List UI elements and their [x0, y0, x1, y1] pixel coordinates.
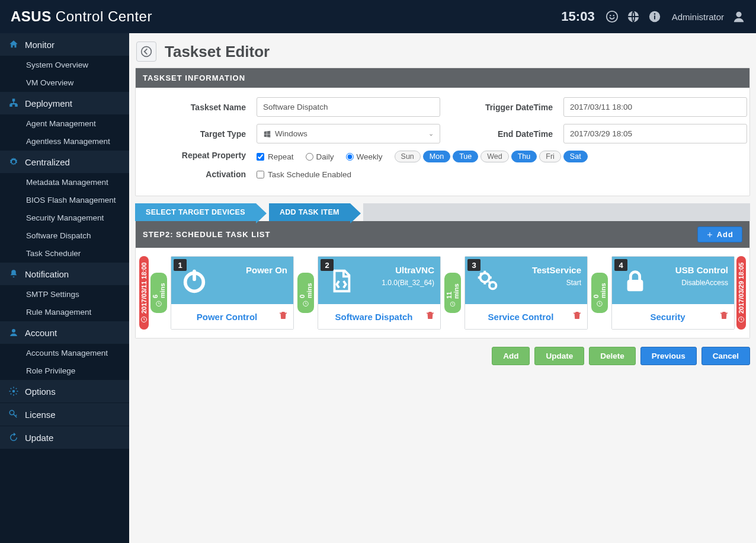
taskset-name-input[interactable] [257, 97, 440, 117]
svg-rect-21 [627, 280, 643, 291]
day-tue[interactable]: Tue [453, 151, 478, 162]
svg-rect-5 [654, 15, 655, 19]
svg-point-0 [606, 11, 617, 22]
svg-point-7 [736, 12, 741, 17]
weekly-radio[interactable]: Weekly [346, 152, 383, 161]
trigger-dt-input[interactable] [563, 97, 747, 117]
task-list-panel: STEP2: SCHEDULE TASK LIST Add 2017/03/11… [135, 221, 750, 338]
nav-item[interactable]: Software Dispatch [0, 227, 129, 245]
crumb-select-devices[interactable]: SELECT TARGET DEVICES [135, 203, 256, 221]
nav-section-centralized[interactable]: Centralized [0, 151, 129, 174]
day-sat[interactable]: Sat [563, 151, 588, 162]
panel-header: TASKSET INFORMATION [136, 68, 749, 88]
chevron-down-icon: ⌄ [428, 130, 434, 138]
crumb-add-task[interactable]: ADD TASK ITEM [269, 203, 350, 221]
add-button[interactable]: Add [492, 347, 530, 365]
add-task-button[interactable]: Add [697, 226, 742, 242]
nav-section-account[interactable]: Account [0, 321, 129, 344]
task-category: Security [617, 312, 719, 322]
delete-task-button[interactable] [719, 310, 729, 323]
day-mon[interactable]: Mon [423, 151, 450, 162]
start-time-bar: 2017/03/11 18:00 [139, 256, 149, 330]
nav-item[interactable]: Role Privilege [0, 362, 129, 380]
label-repeat: Repeat Property [146, 151, 246, 160]
activation-checkbox[interactable]: Task Schedule Enabled [257, 170, 351, 179]
task-title: UltraVNC [361, 265, 434, 275]
nav-section-notification[interactable]: Notification [0, 263, 129, 286]
refresh-icon [8, 432, 19, 443]
gears-icon [475, 267, 502, 295]
target-type-select[interactable]: Windows ⌄ [257, 124, 440, 143]
user-avatar-icon[interactable] [732, 10, 745, 23]
task-number: 4 [614, 259, 627, 271]
task-category: Service Control [470, 312, 572, 322]
page-title-row: Taskset Editor [135, 39, 750, 68]
app-header: ASUS Control Center 15:03 Administrator [0, 0, 756, 33]
sidebar: MonitorSystem OverviewVM OverviewDeploym… [0, 33, 129, 543]
daily-radio[interactable]: Daily [306, 152, 334, 161]
nav-section-deployment[interactable]: Deployment [0, 92, 129, 115]
day-sun[interactable]: Sun [395, 151, 421, 162]
svg-point-9 [12, 390, 15, 393]
step-header: STEP2: SCHEDULE TASK LIST Add [136, 221, 749, 248]
delete-task-button[interactable] [572, 310, 582, 323]
day-thu[interactable]: Thu [511, 151, 537, 162]
nav-section-license[interactable]: License [0, 403, 129, 426]
task-category: Power Control [176, 312, 278, 322]
task-card: 3TestServiceStartService Control [465, 256, 588, 330]
key-icon [8, 409, 19, 420]
nav-section-update[interactable]: Update [0, 426, 129, 449]
delete-button[interactable]: Delete [589, 347, 636, 365]
task-title: USB Control [655, 265, 728, 275]
nav-section-options[interactable]: Options [0, 380, 129, 403]
svg-point-11 [142, 47, 152, 57]
globe-icon[interactable] [627, 10, 640, 23]
page-title: Taskset Editor [165, 43, 270, 61]
label-target-type: Target Type [146, 129, 246, 139]
label-taskset-name: Taskset Name [146, 103, 246, 112]
day-wed[interactable]: Wed [480, 151, 508, 162]
nav-item[interactable]: System Overview [0, 56, 129, 74]
task-card: 2UltraVNC1.0.0(Bit_32_64)Software Dispat… [318, 256, 441, 330]
update-button[interactable]: Update [534, 347, 584, 365]
svg-point-1 [610, 15, 611, 16]
end-dt-input[interactable] [563, 124, 747, 143]
nav-item[interactable]: Security Management [0, 209, 129, 227]
back-button[interactable] [136, 41, 156, 62]
nav-item[interactable]: Metadata Management [0, 174, 129, 191]
previous-button[interactable]: Previous [640, 347, 697, 365]
task-category: Software Dispatch [323, 312, 425, 322]
task-card: 1Power OnPower Control [171, 256, 294, 330]
task-subtitle: Start [508, 279, 581, 287]
header-right: 15:03 Administrator [561, 9, 745, 24]
gap-bar: 11 mins [444, 273, 461, 313]
info-icon[interactable] [648, 10, 661, 23]
delete-task-button[interactable] [278, 310, 289, 323]
lock-icon [622, 267, 649, 295]
gap-bar: 0 mins [297, 273, 314, 313]
task-title: TestService [508, 265, 581, 275]
nav-item[interactable]: Task Scheduler [0, 245, 129, 263]
nav-item[interactable]: BIOS Flash Management [0, 191, 129, 209]
task-number: 1 [174, 259, 187, 271]
day-fri[interactable]: Fri [539, 151, 561, 162]
clock: 15:03 [561, 9, 594, 24]
svg-point-6 [654, 13, 655, 15]
nav-item[interactable]: Agentless Management [0, 133, 129, 151]
smile-icon[interactable] [606, 10, 619, 23]
delete-task-button[interactable] [425, 310, 435, 323]
repeat-checkbox[interactable]: Repeat [257, 152, 294, 161]
nav-item[interactable]: Accounts Management [0, 344, 129, 362]
label-trigger-dt: Trigger DateTime [464, 103, 553, 112]
cancel-button[interactable]: Cancel [701, 347, 750, 365]
nav-item[interactable]: VM Overview [0, 74, 129, 92]
nav-item[interactable]: SMTP Settings [0, 286, 129, 304]
nav-section-monitor[interactable]: Monitor [0, 33, 129, 56]
nav-item[interactable]: Agent Management [0, 115, 129, 133]
nav-item[interactable]: Rule Management [0, 304, 129, 321]
user-icon [8, 327, 19, 338]
label-end-dt: End DateTime [464, 129, 553, 139]
svg-rect-15 [193, 270, 196, 281]
task-subtitle: 1.0.0(Bit_32_64) [361, 279, 434, 287]
user-name[interactable]: Administrator [672, 12, 724, 22]
